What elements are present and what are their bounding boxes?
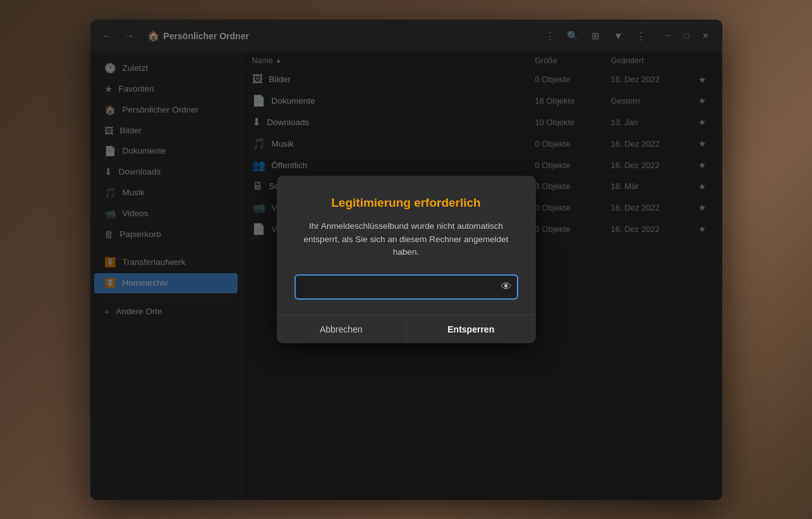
file-manager-window: ← → 🏠 Persönlicher Ordner ⋮ 🔍 ⊞ ▼ ⋮ − □ … bbox=[90, 20, 722, 500]
dialog-footer: Abbrechen Entsperren bbox=[277, 315, 536, 343]
cancel-button[interactable]: Abbrechen bbox=[277, 315, 406, 343]
dialog-body: Legitimierung erforderlich Ihr Anmeldesc… bbox=[277, 176, 536, 315]
unlock-button[interactable]: Entsperren bbox=[406, 315, 536, 343]
password-input[interactable] bbox=[294, 274, 518, 300]
eye-icon: 👁 bbox=[501, 281, 512, 293]
show-password-button[interactable]: 👁 bbox=[501, 281, 512, 293]
dialog-message: Ihr Anmeldeschlüsselbund wurde nicht aut… bbox=[294, 220, 518, 260]
dialog-input-wrapper: 👁 bbox=[294, 274, 518, 300]
modal-overlay: Legitimierung erforderlich Ihr Anmeldesc… bbox=[90, 20, 722, 500]
authentication-dialog: Legitimierung erforderlich Ihr Anmeldesc… bbox=[277, 176, 536, 344]
dialog-title: Legitimierung erforderlich bbox=[294, 196, 518, 210]
